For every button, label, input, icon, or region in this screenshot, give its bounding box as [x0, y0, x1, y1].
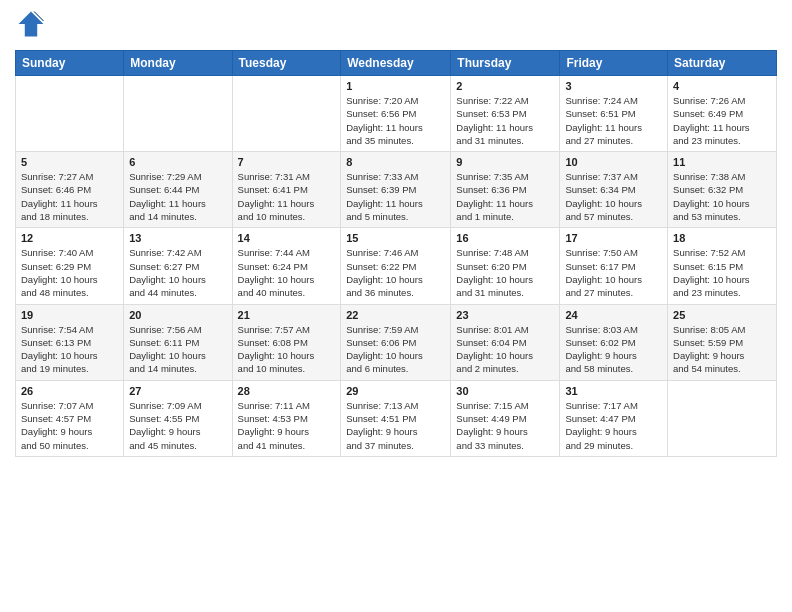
day-number: 27 — [129, 385, 226, 397]
day-info: Sunrise: 7:26 AM Sunset: 6:49 PM Dayligh… — [673, 94, 771, 147]
day-info: Sunrise: 8:03 AM Sunset: 6:02 PM Dayligh… — [565, 323, 662, 376]
calendar-week-row: 26Sunrise: 7:07 AM Sunset: 4:57 PM Dayli… — [16, 380, 777, 456]
day-info: Sunrise: 7:50 AM Sunset: 6:17 PM Dayligh… — [565, 246, 662, 299]
day-number: 23 — [456, 309, 554, 321]
calendar-cell: 6Sunrise: 7:29 AM Sunset: 6:44 PM Daylig… — [124, 152, 232, 228]
calendar-header-wednesday: Wednesday — [341, 51, 451, 76]
day-number: 18 — [673, 232, 771, 244]
day-info: Sunrise: 7:31 AM Sunset: 6:41 PM Dayligh… — [238, 170, 336, 223]
day-number: 29 — [346, 385, 445, 397]
calendar-week-row: 19Sunrise: 7:54 AM Sunset: 6:13 PM Dayli… — [16, 304, 777, 380]
day-number: 7 — [238, 156, 336, 168]
day-number: 15 — [346, 232, 445, 244]
day-info: Sunrise: 7:37 AM Sunset: 6:34 PM Dayligh… — [565, 170, 662, 223]
calendar-cell: 5Sunrise: 7:27 AM Sunset: 6:46 PM Daylig… — [16, 152, 124, 228]
day-info: Sunrise: 7:24 AM Sunset: 6:51 PM Dayligh… — [565, 94, 662, 147]
calendar-header-tuesday: Tuesday — [232, 51, 341, 76]
day-number: 10 — [565, 156, 662, 168]
day-number: 2 — [456, 80, 554, 92]
calendar-cell: 19Sunrise: 7:54 AM Sunset: 6:13 PM Dayli… — [16, 304, 124, 380]
calendar-cell: 17Sunrise: 7:50 AM Sunset: 6:17 PM Dayli… — [560, 228, 668, 304]
calendar-cell — [16, 76, 124, 152]
calendar-cell — [232, 76, 341, 152]
calendar-cell: 25Sunrise: 8:05 AM Sunset: 5:59 PM Dayli… — [668, 304, 777, 380]
calendar-cell: 3Sunrise: 7:24 AM Sunset: 6:51 PM Daylig… — [560, 76, 668, 152]
day-info: Sunrise: 8:01 AM Sunset: 6:04 PM Dayligh… — [456, 323, 554, 376]
day-number: 9 — [456, 156, 554, 168]
calendar-cell: 11Sunrise: 7:38 AM Sunset: 6:32 PM Dayli… — [668, 152, 777, 228]
day-info: Sunrise: 7:56 AM Sunset: 6:11 PM Dayligh… — [129, 323, 226, 376]
day-number: 13 — [129, 232, 226, 244]
day-info: Sunrise: 7:54 AM Sunset: 6:13 PM Dayligh… — [21, 323, 118, 376]
day-info: Sunrise: 7:20 AM Sunset: 6:56 PM Dayligh… — [346, 94, 445, 147]
calendar-cell: 30Sunrise: 7:15 AM Sunset: 4:49 PM Dayli… — [451, 380, 560, 456]
calendar-cell: 16Sunrise: 7:48 AM Sunset: 6:20 PM Dayli… — [451, 228, 560, 304]
day-info: Sunrise: 8:05 AM Sunset: 5:59 PM Dayligh… — [673, 323, 771, 376]
calendar-header-thursday: Thursday — [451, 51, 560, 76]
day-number: 25 — [673, 309, 771, 321]
calendar-cell — [124, 76, 232, 152]
day-info: Sunrise: 7:15 AM Sunset: 4:49 PM Dayligh… — [456, 399, 554, 452]
day-number: 16 — [456, 232, 554, 244]
header — [15, 10, 777, 42]
calendar-week-row: 12Sunrise: 7:40 AM Sunset: 6:29 PM Dayli… — [16, 228, 777, 304]
day-info: Sunrise: 7:44 AM Sunset: 6:24 PM Dayligh… — [238, 246, 336, 299]
day-number: 19 — [21, 309, 118, 321]
calendar-cell: 23Sunrise: 8:01 AM Sunset: 6:04 PM Dayli… — [451, 304, 560, 380]
day-number: 20 — [129, 309, 226, 321]
day-number: 31 — [565, 385, 662, 397]
calendar-cell: 24Sunrise: 8:03 AM Sunset: 6:02 PM Dayli… — [560, 304, 668, 380]
calendar-header-row: SundayMondayTuesdayWednesdayThursdayFrid… — [16, 51, 777, 76]
calendar-cell: 4Sunrise: 7:26 AM Sunset: 6:49 PM Daylig… — [668, 76, 777, 152]
day-number: 5 — [21, 156, 118, 168]
day-info: Sunrise: 7:40 AM Sunset: 6:29 PM Dayligh… — [21, 246, 118, 299]
day-number: 8 — [346, 156, 445, 168]
calendar-header-saturday: Saturday — [668, 51, 777, 76]
calendar-cell: 27Sunrise: 7:09 AM Sunset: 4:55 PM Dayli… — [124, 380, 232, 456]
day-number: 17 — [565, 232, 662, 244]
calendar-cell: 13Sunrise: 7:42 AM Sunset: 6:27 PM Dayli… — [124, 228, 232, 304]
day-info: Sunrise: 7:11 AM Sunset: 4:53 PM Dayligh… — [238, 399, 336, 452]
day-info: Sunrise: 7:52 AM Sunset: 6:15 PM Dayligh… — [673, 246, 771, 299]
calendar-cell: 20Sunrise: 7:56 AM Sunset: 6:11 PM Dayli… — [124, 304, 232, 380]
day-info: Sunrise: 7:46 AM Sunset: 6:22 PM Dayligh… — [346, 246, 445, 299]
day-info: Sunrise: 7:17 AM Sunset: 4:47 PM Dayligh… — [565, 399, 662, 452]
day-number: 3 — [565, 80, 662, 92]
calendar-cell: 15Sunrise: 7:46 AM Sunset: 6:22 PM Dayli… — [341, 228, 451, 304]
day-number: 22 — [346, 309, 445, 321]
day-info: Sunrise: 7:13 AM Sunset: 4:51 PM Dayligh… — [346, 399, 445, 452]
day-info: Sunrise: 7:22 AM Sunset: 6:53 PM Dayligh… — [456, 94, 554, 147]
calendar-cell: 21Sunrise: 7:57 AM Sunset: 6:08 PM Dayli… — [232, 304, 341, 380]
svg-marker-0 — [19, 12, 44, 37]
day-number: 14 — [238, 232, 336, 244]
day-number: 30 — [456, 385, 554, 397]
day-number: 24 — [565, 309, 662, 321]
calendar-header-sunday: Sunday — [16, 51, 124, 76]
calendar-week-row: 5Sunrise: 7:27 AM Sunset: 6:46 PM Daylig… — [16, 152, 777, 228]
calendar-header-monday: Monday — [124, 51, 232, 76]
day-info: Sunrise: 7:42 AM Sunset: 6:27 PM Dayligh… — [129, 246, 226, 299]
day-info: Sunrise: 7:38 AM Sunset: 6:32 PM Dayligh… — [673, 170, 771, 223]
calendar-cell: 28Sunrise: 7:11 AM Sunset: 4:53 PM Dayli… — [232, 380, 341, 456]
day-info: Sunrise: 7:29 AM Sunset: 6:44 PM Dayligh… — [129, 170, 226, 223]
day-info: Sunrise: 7:59 AM Sunset: 6:06 PM Dayligh… — [346, 323, 445, 376]
day-info: Sunrise: 7:27 AM Sunset: 6:46 PM Dayligh… — [21, 170, 118, 223]
calendar-table: SundayMondayTuesdayWednesdayThursdayFrid… — [15, 50, 777, 457]
calendar-week-row: 1Sunrise: 7:20 AM Sunset: 6:56 PM Daylig… — [16, 76, 777, 152]
calendar-cell: 29Sunrise: 7:13 AM Sunset: 4:51 PM Dayli… — [341, 380, 451, 456]
calendar-header-friday: Friday — [560, 51, 668, 76]
day-info: Sunrise: 7:35 AM Sunset: 6:36 PM Dayligh… — [456, 170, 554, 223]
day-info: Sunrise: 7:09 AM Sunset: 4:55 PM Dayligh… — [129, 399, 226, 452]
calendar-cell — [668, 380, 777, 456]
calendar-cell: 26Sunrise: 7:07 AM Sunset: 4:57 PM Dayli… — [16, 380, 124, 456]
page: SundayMondayTuesdayWednesdayThursdayFrid… — [0, 0, 792, 612]
calendar-cell: 12Sunrise: 7:40 AM Sunset: 6:29 PM Dayli… — [16, 228, 124, 304]
day-number: 12 — [21, 232, 118, 244]
day-number: 26 — [21, 385, 118, 397]
day-number: 1 — [346, 80, 445, 92]
day-info: Sunrise: 7:33 AM Sunset: 6:39 PM Dayligh… — [346, 170, 445, 223]
calendar-cell: 7Sunrise: 7:31 AM Sunset: 6:41 PM Daylig… — [232, 152, 341, 228]
day-number: 11 — [673, 156, 771, 168]
calendar-cell: 9Sunrise: 7:35 AM Sunset: 6:36 PM Daylig… — [451, 152, 560, 228]
day-number: 21 — [238, 309, 336, 321]
